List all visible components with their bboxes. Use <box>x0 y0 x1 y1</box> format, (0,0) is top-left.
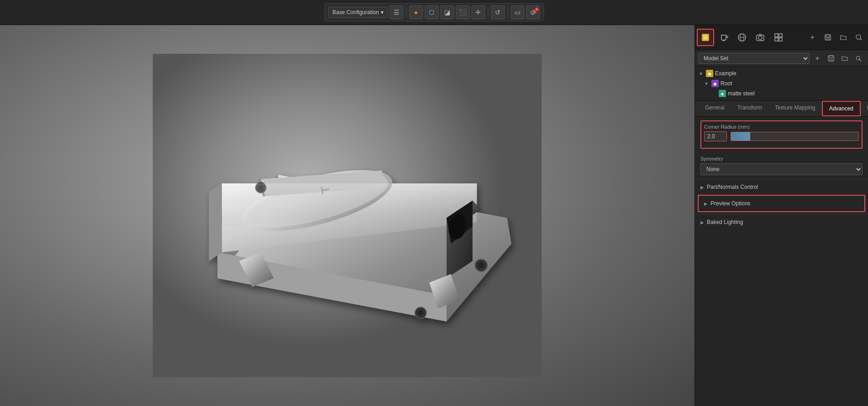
scene-tree: ▼ ◆ Example ▼ ◆ Root ◈ matte steel <box>695 67 868 101</box>
right-top-toolbar: + <box>695 25 868 50</box>
corner-radius-input[interactable] <box>704 131 727 141</box>
camera-tab-btn[interactable] <box>752 29 769 46</box>
corner-radius-row <box>704 131 859 141</box>
preview-options-section: ▶ Preview Options <box>698 195 865 212</box>
symmetry-section: Symmetry None X Y Z <box>695 156 868 179</box>
symmetry-select[interactable]: None X Y Z <box>700 163 863 175</box>
svg-point-19 <box>418 310 423 315</box>
viewport-3d: ⊢ <box>0 25 694 406</box>
toolbar-list-btn[interactable]: ☰ <box>389 5 403 19</box>
search-icon-sm <box>855 55 862 62</box>
3d-render-svg: ⊢ <box>52 54 642 378</box>
save-item-btn[interactable] <box>821 30 835 45</box>
svg-rect-26 <box>704 36 707 39</box>
baked-lighting-label: Baked Lighting <box>707 219 743 225</box>
svg-rect-35 <box>775 38 778 41</box>
part-normals-label: Part/Normals Control <box>707 184 758 190</box>
right-panel: + Model <box>694 25 868 406</box>
dropdown-arrow-icon: ▾ <box>381 9 384 16</box>
model-set-open-btn[interactable] <box>839 52 851 64</box>
open-item-btn[interactable] <box>836 30 851 45</box>
svg-point-40 <box>856 35 861 39</box>
preview-options-header[interactable]: ▶ Preview Options <box>699 196 864 211</box>
svg-line-46 <box>859 59 861 61</box>
tab-texture-mapping[interactable]: Texture Mapping <box>768 101 822 116</box>
globe-icon <box>737 33 747 42</box>
slider-track <box>731 132 858 141</box>
svg-marker-5 <box>209 183 222 261</box>
scene-tab-btn[interactable] <box>715 29 732 46</box>
part-normals-header[interactable]: ▶ Part/Normals Control <box>695 179 868 195</box>
model-set-select[interactable]: Model Set <box>699 53 810 64</box>
tree-arrow-example: ▼ <box>699 71 704 76</box>
grid-icon <box>774 33 783 42</box>
camera-icon <box>756 33 765 42</box>
baked-lighting-section: ▶ Baked Lighting <box>695 214 868 230</box>
svg-rect-38 <box>826 35 830 37</box>
model-set-add-btn[interactable]: + <box>811 52 823 64</box>
corner-radius-label: Corner Radius (mm) <box>704 124 859 130</box>
svg-line-41 <box>860 39 862 40</box>
svg-point-32 <box>758 36 762 40</box>
folder-icon-sm <box>842 55 848 62</box>
tab-physics[interactable]: Physics <box>861 101 868 116</box>
search-icon <box>855 34 863 41</box>
preview-options-label: Preview Options <box>710 200 750 207</box>
properties-panel: General Transform Texture Mapping Advanc… <box>695 101 868 406</box>
svg-rect-44 <box>830 59 832 61</box>
separator-3 <box>507 7 508 18</box>
tree-item-matte-steel[interactable]: ◈ matte steel <box>695 88 868 99</box>
model-set-save-btn[interactable] <box>825 52 837 64</box>
cup-icon <box>719 33 728 42</box>
part-normals-section: ▶ Part/Normals Control <box>695 179 868 195</box>
svg-point-17 <box>478 262 484 268</box>
output-tab-btn[interactable] <box>770 29 787 46</box>
viewport-panel: ⊢ <box>0 25 694 406</box>
toolbar-refresh-btn[interactable]: ↺ <box>491 5 505 19</box>
tree-arrow-root: ▼ <box>704 81 710 86</box>
separator-1 <box>406 7 406 18</box>
toolbar-orbit-btn[interactable]: ● <box>409 5 423 19</box>
environment-tab-btn[interactable] <box>733 29 751 46</box>
tab-transform[interactable]: Transform <box>731 101 768 116</box>
toolbar-mesh-btn[interactable]: ⬡ <box>425 5 438 19</box>
toolbar-cube-btn[interactable]: ⬛ <box>456 5 469 19</box>
part-normals-arrow-icon: ▶ <box>700 185 704 190</box>
search-btn[interactable] <box>852 30 866 45</box>
config-label: Base Configuration <box>332 9 379 16</box>
corner-radius-section: Corner Radius (mm) <box>695 117 868 156</box>
tree-item-root[interactable]: ▼ ◆ Root <box>695 78 868 88</box>
symmetry-label: Symmetry <box>700 156 863 161</box>
baked-lighting-header[interactable]: ▶ Baked Lighting <box>695 214 868 230</box>
material-icon <box>701 33 710 42</box>
toolbar-shape-btn[interactable]: ◪ <box>440 5 454 19</box>
tab-general[interactable]: General <box>699 101 731 116</box>
toolbar-axes-btn[interactable]: ✛ <box>471 5 485 19</box>
material-tab-btn[interactable] <box>697 29 714 46</box>
tree-item-example[interactable]: ▼ ◆ Example <box>695 68 868 78</box>
save-icon-sm <box>828 55 834 62</box>
svg-rect-34 <box>779 34 782 37</box>
config-dropdown[interactable]: Base Configuration ▾ <box>328 7 388 18</box>
svg-rect-36 <box>779 38 782 41</box>
example-icon: ◆ <box>706 70 713 77</box>
model-set-search-btn[interactable] <box>852 52 864 64</box>
matte-steel-label: matte steel <box>728 90 755 97</box>
svg-point-45 <box>856 56 860 60</box>
pin-btn[interactable]: 📌 <box>531 7 539 15</box>
baked-lighting-arrow-icon: ▶ <box>700 220 704 225</box>
top-toolbar: Base Configuration ▾ ☰ ● ⬡ ◪ ⬛ ✛ ↺ ▭ ⊙ 📌 <box>0 0 868 25</box>
main-content: ⊢ <box>0 25 868 406</box>
toolbar-box-btn[interactable]: ▭ <box>510 5 524 19</box>
separator-2 <box>488 7 488 18</box>
preview-options-arrow-icon: ▶ <box>704 201 708 206</box>
corner-radius-slider[interactable] <box>731 132 859 141</box>
svg-rect-43 <box>829 56 833 57</box>
tab-advanced[interactable]: Advanced <box>822 101 861 116</box>
root-icon: ◆ <box>711 80 719 87</box>
toolbar-center: Base Configuration ▾ ☰ ● ⬡ ◪ ⬛ ✛ ↺ ▭ ⊙ 📌 <box>324 3 544 21</box>
add-item-btn[interactable]: + <box>805 30 820 45</box>
tab-bar: General Transform Texture Mapping Advanc… <box>695 101 868 117</box>
svg-rect-33 <box>775 34 778 37</box>
save-icon <box>824 34 831 41</box>
